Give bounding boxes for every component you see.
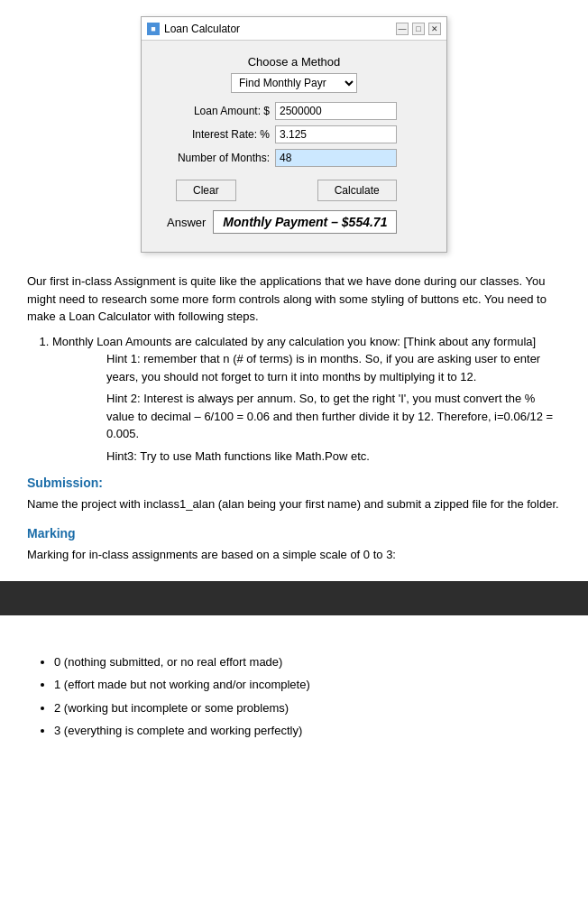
page: ■ Loan Calculator — □ ✕ Choose a Method … (0, 0, 588, 924)
window-area: ■ Loan Calculator — □ ✕ Choose a Method … (0, 0, 588, 263)
submission-heading: Submission: (27, 474, 561, 493)
maximize-button[interactable]: □ (412, 23, 425, 35)
bullet-item-0: 0 (nothing submitted, or no real effort … (54, 651, 561, 672)
calculate-button[interactable]: Calculate (317, 180, 397, 201)
bullet-text-0: 0 (nothing submitted, or no real effort … (54, 655, 282, 669)
app-window: ■ Loan Calculator — □ ✕ Choose a Method … (141, 16, 447, 253)
choose-method-label: Choose a Method (158, 55, 430, 69)
step-1-text: Monthly Loan Amounts are calculated by a… (52, 335, 536, 348)
title-bar-left: ■ Loan Calculator (147, 23, 240, 35)
loan-amount-input[interactable] (275, 102, 397, 120)
btn-row: Clear Calculate (176, 180, 430, 201)
interest-rate-label: Interest Rate: % (158, 128, 275, 141)
bullet-item-2: 2 (working but incomplete or some proble… (54, 698, 561, 718)
doc-content: Our first in-class Assignment is quite l… (0, 263, 588, 563)
window-title: Loan Calculator (164, 23, 240, 35)
hint-2: Hint 2: Interest is always per annum. So… (106, 390, 561, 443)
num-months-row: Number of Months: (158, 149, 430, 167)
hint-1-text: Hint 1: remember that n (# of terms) is … (106, 352, 540, 383)
answer-row: Answer Monthly Payment – $554.71 (158, 210, 430, 234)
bullet-text-2: 2 (working but incomplete or some proble… (54, 701, 289, 715)
window-body: Choose a Method Find Monthly Payr Loan A… (142, 41, 446, 252)
step-1: Monthly Loan Amounts are calculated by a… (52, 333, 561, 466)
hint-1: Hint 1: remember that n (# of terms) is … (106, 350, 561, 385)
title-bar: ■ Loan Calculator — □ ✕ (142, 17, 446, 41)
app-icon: ■ (147, 23, 160, 35)
bullet-list: 0 (nothing submitted, or no real effort … (54, 651, 561, 742)
dark-bar (0, 581, 588, 615)
marking-intro: Marking for in-class assignments are bas… (27, 546, 561, 564)
answer-value: Monthly Payment – $554.71 (213, 210, 397, 234)
hint-3: Hint3: Try to use Math functions like Ma… (106, 448, 561, 466)
clear-button[interactable]: Clear (176, 180, 236, 201)
choose-method-row: Choose a Method Find Monthly Payr (158, 55, 430, 93)
interest-rate-input[interactable] (275, 125, 397, 143)
num-months-label: Number of Months: (158, 152, 275, 164)
loan-amount-label: Loan Amount: $ (158, 105, 275, 117)
hint-3-text: Hint3: Try to use Math functions like Ma… (106, 449, 370, 463)
interest-rate-row: Interest Rate: % (158, 125, 430, 143)
lower-section: 0 (nothing submitted, or no real effort … (0, 615, 588, 762)
hint-2-text: Hint 2: Interest is always per annum. So… (106, 392, 553, 440)
marking-heading: Marking (27, 524, 561, 543)
submission-text: Name the project with inclass1_alan (ala… (27, 495, 561, 513)
bullet-item-3: 3 (everything is complete and working pe… (54, 720, 561, 741)
minimize-button[interactable]: — (396, 23, 409, 35)
title-bar-controls: — □ ✕ (396, 23, 441, 35)
bullet-text-1: 1 (effort made but not working and/or in… (54, 678, 310, 691)
num-months-input[interactable] (275, 149, 397, 167)
close-button[interactable]: ✕ (428, 23, 441, 35)
steps-list: Monthly Loan Amounts are calculated by a… (52, 333, 561, 466)
loan-amount-row: Loan Amount: $ (158, 102, 430, 120)
bullet-item-1: 1 (effort made but not working and/or in… (54, 674, 561, 695)
intro-paragraph: Our first in-class Assignment is quite l… (27, 273, 561, 326)
answer-label: Answer (167, 216, 206, 229)
method-select[interactable]: Find Monthly Payr (231, 73, 357, 93)
bullet-text-3: 3 (everything is complete and working pe… (54, 724, 302, 737)
